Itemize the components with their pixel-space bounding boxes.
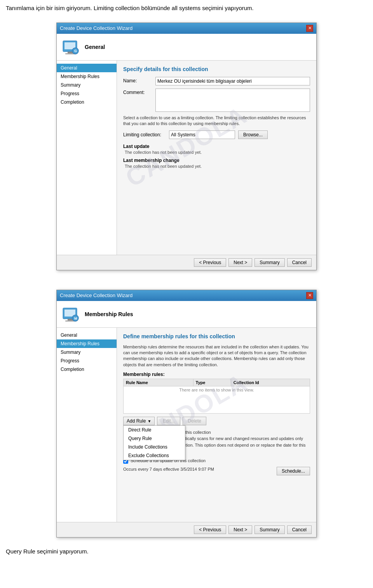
wizard1-name-row: Name: (123, 77, 310, 85)
dropdown-direct-rule[interactable]: Direct Rule (124, 426, 185, 434)
wizard2-previous-button[interactable]: < Previous (194, 525, 226, 534)
wizard1-footer: < Previous Next > Summary Cancel (57, 255, 316, 270)
outro-text: Query Rule seçimini yapıyorum. (0, 543, 373, 560)
intro-line1: Tanımlama için bir isim giriyorum. (6, 5, 92, 11)
add-rule-button[interactable]: Add Rule ▼ (123, 417, 155, 425)
intro-text: Tanımlama için bir isim giriyorum. Limit… (0, 0, 373, 17)
dropdown-exclude-collections[interactable]: Exclude Collections (124, 451, 185, 460)
wizard2-header: M Membership Rules (57, 301, 316, 328)
table-empty-message: There are no items to show in this view. (124, 386, 310, 414)
wizard2-section-heading: Define membership rules for this collect… (123, 333, 310, 339)
outro-line: Query Rule seçimini yapıyorum. (6, 548, 89, 555)
delete-button[interactable]: Delete (183, 417, 206, 425)
wizard2-close-button[interactable]: ✕ (306, 292, 313, 299)
svg-text:M: M (74, 317, 77, 320)
wizard2-content: Define membership rules for this collect… (117, 328, 316, 522)
add-rule-dropdown-wrapper: Add Rule ▼ Direct Rule Query Rule Includ… (123, 417, 155, 425)
schedule-button[interactable]: Schedule... (277, 467, 310, 475)
svg-text:G: G (74, 49, 77, 53)
wizard1-limiting-label: Limiting collection: (123, 132, 166, 137)
wizard2-body: General Membership Rules Summary Progres… (57, 328, 316, 522)
wizard1-limiting-input[interactable] (169, 130, 235, 139)
wizard1-nav-progress[interactable]: Progress (57, 89, 117, 98)
wizard2-cancel-button[interactable]: Cancel (287, 525, 312, 534)
col-type: Type (193, 379, 231, 386)
wizard2-nav: General Membership Rules Summary Progres… (57, 328, 117, 522)
wizard1-previous-button[interactable]: < Previous (194, 258, 226, 267)
wizard2-nav-membership[interactable]: Membership Rules (57, 339, 117, 348)
wizard2-header-title: Membership Rules (85, 311, 133, 317)
intro-line2: Limiting collection bölümünde all system… (94, 5, 254, 11)
schedule-value-row: Occurs every 7 days effective 3/5/2014 9… (123, 467, 310, 475)
add-rule-arrow-icon: ▼ (147, 419, 151, 423)
wizard2: Create Device Collection Wizard ✕ M Memb… (56, 290, 317, 538)
membership-rules-label: Membership rules: (123, 372, 310, 377)
wizard1-body: General Membership Rules Summary Progres… (57, 61, 316, 255)
wizard1-name-input[interactable] (155, 77, 310, 85)
wizard1-nav-membership[interactable]: Membership Rules (57, 72, 117, 81)
wizard1-limiting-row: Limiting collection: Browse... (123, 130, 310, 139)
wizard2-wrapper: Create Device Collection Wizard ✕ M Memb… (0, 284, 373, 543)
wizard1-name-label: Name: (123, 77, 152, 84)
wizard1-comment-input[interactable] (155, 89, 310, 112)
wizard2-next-button[interactable]: Next > (228, 525, 252, 534)
wizard1: Create Device Collection Wizard ✕ G Gene… (56, 23, 317, 270)
wizard1-nav-general[interactable]: General (57, 64, 117, 72)
wizard1-header: G General (57, 34, 316, 61)
wizard2-header-icon: M (61, 305, 80, 324)
wizard1-section-heading: Specify details for this collection (123, 66, 310, 72)
dropdown-include-collections[interactable]: Include Collections (124, 443, 185, 451)
wizard1-nav-completion[interactable]: Completion (57, 98, 117, 106)
wizard1-comment-row: Comment: (123, 89, 310, 112)
wizard1-header-icon: G (61, 38, 80, 56)
col-collection-id: Collection Id (231, 379, 310, 386)
dropdown-query-rule[interactable]: Query Rule (124, 434, 185, 443)
wizard1-last-update-label: Last update (123, 144, 310, 149)
wizard1-summary-button[interactable]: Summary (254, 258, 284, 267)
wizard2-nav-general[interactable]: General (57, 331, 117, 339)
wizard1-browse-button[interactable]: Browse... (238, 130, 268, 139)
wizard1-close-button[interactable]: ✕ (306, 25, 313, 32)
wizard1-last-membership-value: The collection has not been updated yet. (125, 164, 310, 169)
wizard1-title: Create Device Collection Wizard (60, 25, 132, 31)
wizard1-cancel-button[interactable]: Cancel (287, 258, 312, 267)
wizard1-titlebar: Create Device Collection Wizard ✕ (57, 23, 316, 34)
wizard1-limiting-info: Select a collection to use as a limiting… (123, 115, 310, 127)
edit-button[interactable]: Edit... (157, 417, 180, 425)
wizard1-comment-label: Comment: (123, 89, 152, 95)
wizard1-next-button[interactable]: Next > (228, 258, 252, 267)
wizard1-last-membership-label: Last membership change (123, 158, 310, 163)
wizard1-last-update-section: Last update The collection has not been … (123, 144, 310, 169)
wizard2-nav-summary[interactable]: Summary (57, 348, 117, 357)
wizard2-nav-completion[interactable]: Completion (57, 365, 117, 374)
wizard1-nav: General Membership Rules Summary Progres… (57, 61, 117, 255)
add-rule-container: Add Rule ▼ Direct Rule Query Rule Includ… (123, 417, 310, 425)
wizard1-header-title: General (85, 44, 105, 50)
table-empty-row: There are no items to show in this view. (124, 386, 310, 414)
wizard2-summary-button[interactable]: Summary (254, 525, 284, 534)
col-rule-name: Rule Name (124, 379, 193, 386)
wizard2-nav-progress[interactable]: Progress (57, 357, 117, 365)
wizard2-footer: < Previous Next > Summary Cancel (57, 522, 316, 537)
add-rule-label: Add Rule (127, 418, 146, 424)
wizard2-title: Create Device Collection Wizard (60, 292, 132, 298)
schedule-value: Occurs every 7 days effective 3/5/2014 9… (123, 467, 274, 471)
wizard1-nav-summary[interactable]: Summary (57, 81, 117, 89)
add-rule-dropdown-menu: Direct Rule Query Rule Include Collectio… (123, 425, 185, 460)
wizard2-description: Membership rules determine the resources… (123, 344, 310, 368)
wizard1-content: Specify details for this collection Name… (117, 61, 316, 255)
wizard2-titlebar: Create Device Collection Wizard ✕ (57, 290, 316, 301)
wizard1-wrapper: Create Device Collection Wizard ✕ G Gene… (0, 17, 373, 276)
membership-table: Rule Name Type Collection Id There are n… (123, 379, 310, 414)
wizard1-last-update-value: The collection has not been updated yet. (125, 150, 310, 155)
